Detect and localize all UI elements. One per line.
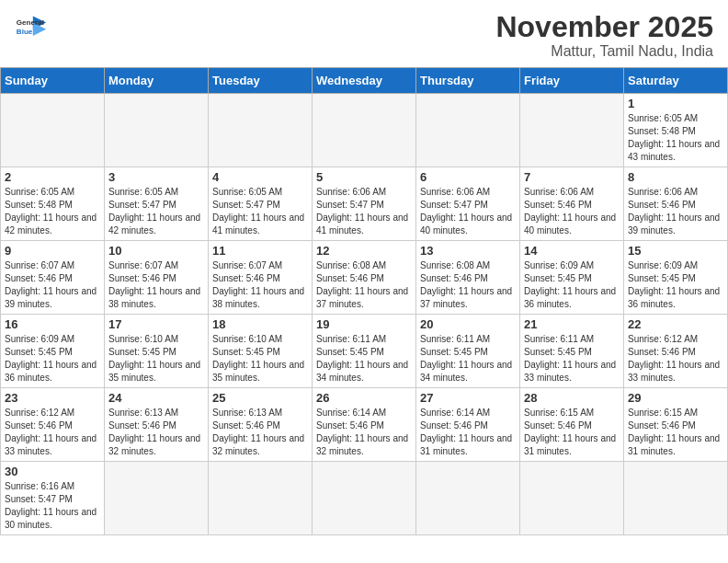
cell-info: Sunrise: 6:14 AM Sunset: 5:46 PM Dayligh…	[316, 407, 412, 458]
calendar-cell	[209, 94, 313, 167]
calendar-week-row: 9Sunrise: 6:07 AM Sunset: 5:46 PM Daylig…	[1, 241, 728, 315]
cell-info: Sunrise: 6:09 AM Sunset: 5:45 PM Dayligh…	[628, 259, 723, 311]
calendar-cell: 26Sunrise: 6:14 AM Sunset: 5:46 PM Dayli…	[313, 388, 416, 462]
calendar-cell: 15Sunrise: 6:09 AM Sunset: 5:45 PM Dayli…	[624, 241, 728, 315]
cell-info: Sunrise: 6:05 AM Sunset: 5:47 PM Dayligh…	[212, 186, 308, 237]
day-number: 30	[5, 465, 100, 478]
cell-info: Sunrise: 6:05 AM Sunset: 5:48 PM Dayligh…	[628, 112, 723, 164]
calendar-cell: 6Sunrise: 6:06 AM Sunset: 5:47 PM Daylig…	[416, 167, 520, 241]
calendar-cell	[313, 462, 416, 535]
calendar-cell: 30Sunrise: 6:16 AM Sunset: 5:47 PM Dayli…	[1, 462, 105, 535]
calendar-week-row: 2Sunrise: 6:05 AM Sunset: 5:48 PM Daylig…	[1, 167, 728, 241]
header: General Blue November 2025 Mattur, Tamil…	[0, 0, 728, 67]
calendar-week-row: 23Sunrise: 6:12 AM Sunset: 5:46 PM Dayli…	[1, 388, 728, 462]
calendar-cell: 29Sunrise: 6:15 AM Sunset: 5:46 PM Dayli…	[624, 388, 728, 462]
day-number: 19	[316, 317, 412, 331]
calendar-cell: 13Sunrise: 6:08 AM Sunset: 5:46 PM Dayli…	[416, 241, 520, 315]
calendar-cell: 9Sunrise: 6:07 AM Sunset: 5:46 PM Daylig…	[1, 241, 105, 315]
day-number: 14	[524, 244, 620, 258]
day-number: 8	[628, 170, 723, 184]
calendar-week-row: 30Sunrise: 6:16 AM Sunset: 5:47 PM Dayli…	[1, 462, 728, 535]
calendar-cell	[624, 462, 728, 535]
cell-info: Sunrise: 6:08 AM Sunset: 5:46 PM Dayligh…	[420, 259, 516, 311]
calendar-cell: 11Sunrise: 6:07 AM Sunset: 5:46 PM Dayli…	[209, 241, 313, 315]
day-number: 22	[628, 317, 723, 331]
calendar-cell: 20Sunrise: 6:11 AM Sunset: 5:45 PM Dayli…	[416, 315, 520, 388]
weekday-header-cell: Thursday	[416, 68, 520, 94]
svg-text:General: General	[17, 18, 44, 27]
calendar-cell: 23Sunrise: 6:12 AM Sunset: 5:46 PM Dayli…	[1, 388, 105, 462]
calendar-cell: 10Sunrise: 6:07 AM Sunset: 5:46 PM Dayli…	[105, 241, 209, 315]
weekday-header-row: SundayMondayTuesdayWednesdayThursdayFrid…	[1, 68, 728, 94]
calendar-cell	[416, 462, 520, 535]
calendar-cell: 24Sunrise: 6:13 AM Sunset: 5:46 PM Dayli…	[105, 388, 209, 462]
calendar-week-row: 1Sunrise: 6:05 AM Sunset: 5:48 PM Daylig…	[1, 94, 728, 167]
cell-info: Sunrise: 6:07 AM Sunset: 5:46 PM Dayligh…	[212, 259, 308, 311]
day-number: 20	[420, 317, 516, 331]
day-number: 18	[212, 317, 308, 331]
day-number: 21	[524, 317, 620, 331]
cell-info: Sunrise: 6:13 AM Sunset: 5:46 PM Dayligh…	[212, 407, 308, 458]
cell-info: Sunrise: 6:06 AM Sunset: 5:46 PM Dayligh…	[524, 186, 620, 237]
cell-info: Sunrise: 6:11 AM Sunset: 5:45 PM Dayligh…	[524, 333, 620, 385]
calendar-cell: 12Sunrise: 6:08 AM Sunset: 5:46 PM Dayli…	[313, 241, 416, 315]
title-block: November 2025 Mattur, Tamil Nadu, India	[495, 11, 713, 60]
calendar-cell	[1, 94, 105, 167]
calendar-cell	[105, 94, 209, 167]
day-number: 16	[5, 317, 100, 331]
calendar-cell: 17Sunrise: 6:10 AM Sunset: 5:45 PM Dayli…	[105, 315, 209, 388]
calendar-cell	[520, 462, 624, 535]
day-number: 25	[212, 391, 308, 405]
cell-info: Sunrise: 6:16 AM Sunset: 5:47 PM Dayligh…	[5, 480, 100, 532]
day-number: 12	[316, 244, 412, 258]
day-number: 9	[5, 244, 100, 258]
cell-info: Sunrise: 6:06 AM Sunset: 5:47 PM Dayligh…	[316, 186, 412, 237]
day-number: 15	[628, 244, 723, 258]
calendar-cell: 27Sunrise: 6:14 AM Sunset: 5:46 PM Dayli…	[416, 388, 520, 462]
calendar-cell: 1Sunrise: 6:05 AM Sunset: 5:48 PM Daylig…	[624, 94, 728, 167]
cell-info: Sunrise: 6:10 AM Sunset: 5:45 PM Dayligh…	[212, 333, 308, 385]
cell-info: Sunrise: 6:05 AM Sunset: 5:48 PM Dayligh…	[5, 186, 100, 237]
day-number: 7	[524, 170, 620, 184]
cell-info: Sunrise: 6:08 AM Sunset: 5:46 PM Dayligh…	[316, 259, 412, 311]
calendar-cell: 22Sunrise: 6:12 AM Sunset: 5:46 PM Dayli…	[624, 315, 728, 388]
calendar-cell	[209, 462, 313, 535]
cell-info: Sunrise: 6:06 AM Sunset: 5:46 PM Dayligh…	[628, 186, 723, 237]
cell-info: Sunrise: 6:15 AM Sunset: 5:46 PM Dayligh…	[524, 407, 620, 458]
day-number: 2	[5, 170, 100, 184]
cell-info: Sunrise: 6:12 AM Sunset: 5:46 PM Dayligh…	[5, 407, 100, 458]
cell-info: Sunrise: 6:09 AM Sunset: 5:45 PM Dayligh…	[524, 259, 620, 311]
cell-info: Sunrise: 6:13 AM Sunset: 5:46 PM Dayligh…	[108, 407, 204, 458]
weekday-header-cell: Saturday	[624, 68, 728, 94]
calendar-cell: 19Sunrise: 6:11 AM Sunset: 5:45 PM Dayli…	[313, 315, 416, 388]
cell-info: Sunrise: 6:10 AM Sunset: 5:45 PM Dayligh…	[108, 333, 204, 385]
calendar-body: 1Sunrise: 6:05 AM Sunset: 5:48 PM Daylig…	[1, 94, 728, 535]
svg-text:Blue: Blue	[17, 28, 33, 36]
calendar-cell: 4Sunrise: 6:05 AM Sunset: 5:47 PM Daylig…	[209, 167, 313, 241]
calendar-cell: 3Sunrise: 6:05 AM Sunset: 5:47 PM Daylig…	[105, 167, 209, 241]
day-number: 27	[420, 391, 516, 405]
calendar-cell: 5Sunrise: 6:06 AM Sunset: 5:47 PM Daylig…	[313, 167, 416, 241]
calendar-cell: 8Sunrise: 6:06 AM Sunset: 5:46 PM Daylig…	[624, 167, 728, 241]
day-number: 24	[108, 391, 204, 405]
day-number: 29	[628, 391, 723, 405]
cell-info: Sunrise: 6:07 AM Sunset: 5:46 PM Dayligh…	[5, 259, 100, 311]
calendar-cell	[416, 94, 520, 167]
calendar-cell: 18Sunrise: 6:10 AM Sunset: 5:45 PM Dayli…	[209, 315, 313, 388]
cell-info: Sunrise: 6:14 AM Sunset: 5:46 PM Dayligh…	[420, 407, 516, 458]
logo: General Blue	[15, 11, 48, 44]
calendar-cell: 2Sunrise: 6:05 AM Sunset: 5:48 PM Daylig…	[1, 167, 105, 241]
cell-info: Sunrise: 6:07 AM Sunset: 5:46 PM Dayligh…	[108, 259, 204, 311]
day-number: 23	[5, 391, 100, 405]
calendar-cell: 25Sunrise: 6:13 AM Sunset: 5:46 PM Dayli…	[209, 388, 313, 462]
day-number: 17	[108, 317, 204, 331]
weekday-header-cell: Sunday	[1, 68, 105, 94]
calendar-cell: 16Sunrise: 6:09 AM Sunset: 5:45 PM Dayli…	[1, 315, 105, 388]
calendar-cell	[313, 94, 416, 167]
month-title: November 2025	[495, 11, 713, 43]
day-number: 10	[108, 244, 204, 258]
weekday-header-cell: Wednesday	[313, 68, 416, 94]
calendar-cell: 14Sunrise: 6:09 AM Sunset: 5:45 PM Dayli…	[520, 241, 624, 315]
day-number: 5	[316, 170, 412, 184]
day-number: 3	[108, 170, 204, 184]
